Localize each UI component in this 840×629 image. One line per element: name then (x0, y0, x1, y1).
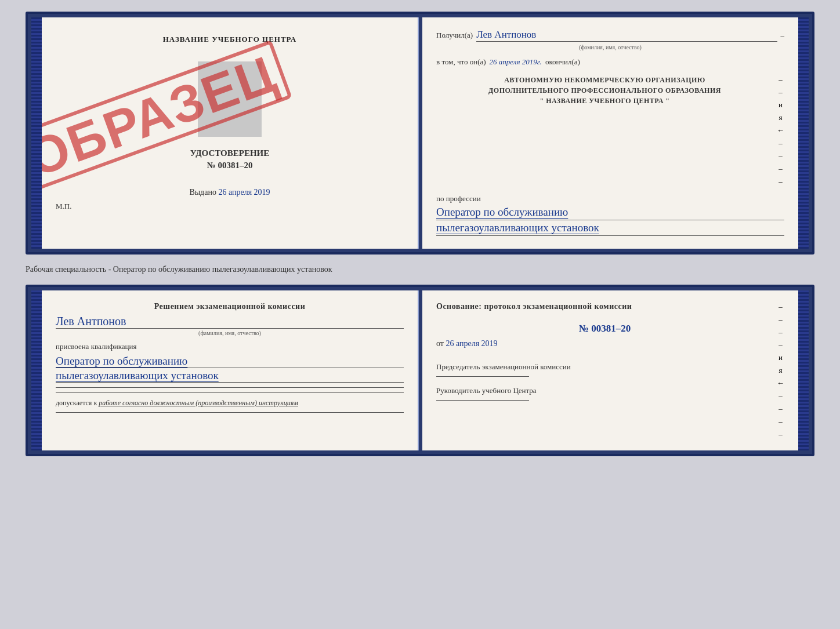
qual-assigned-label: присвоена квалификация (56, 342, 404, 351)
lower-qualification-book: Решением экзаменационной комиссии Лев Ан… (26, 285, 814, 456)
basis-label: Основание: протокол экзаменационной коми… (436, 302, 773, 311)
qual-fio-subtitle: (фамилия, имя, отчество) (56, 330, 404, 336)
side-dash-3: – (779, 139, 783, 148)
org-line1: АВТОНОМНУЮ НЕКОММЕРЧЕСКУЮ ОРГАНИЗАЦИЮ (436, 75, 773, 85)
profession-label: по профессии (436, 194, 784, 203)
recipient-prefix: Получил(а) (436, 31, 473, 40)
допускается-text: работе согласно должностным (производств… (99, 399, 298, 407)
document-container: НАЗВАНИЕ УЧЕБНОГО ЦЕНТРА ОБРАЗЕЦ УДОСТОВ… (26, 12, 814, 456)
cert-number: № 00381–20 (56, 161, 404, 170)
org-block: АВТОНОМНУЮ НЕКОММЕРЧЕСКУЮ ОРГАНИЗАЦИЮ ДО… (436, 75, 784, 186)
issue-date-label: Выдано (189, 188, 216, 197)
director-label: Руководитель учебного Центра (436, 386, 773, 395)
допускается-prefix: допускается к (56, 399, 97, 407)
side-char-ya: я (779, 113, 783, 122)
date-prefix: от (436, 339, 444, 348)
upper-certificate-book: НАЗВАНИЕ УЧЕБНОГО ЦЕНТРА ОБРАЗЕЦ УДОСТОВ… (26, 12, 814, 254)
org-line2: ДОПОЛНИТЕЛЬНОГО ПРОФЕССИОНАЛЬНОГО ОБРАЗО… (436, 85, 773, 96)
right-dash-4: – (779, 340, 783, 350)
right-char-i: и (779, 353, 783, 362)
lower-spine-left (31, 290, 42, 450)
side-char-i: и (779, 100, 783, 110)
right-arrow: ← (777, 379, 784, 388)
training-center-title: НАЗВАНИЕ УЧЕБНОГО ЦЕНТРА (56, 35, 404, 44)
cert-label: УДОСТОВЕРЕНИЕ (56, 148, 404, 158)
dash-separator: – (781, 31, 785, 40)
protocol-date-value: 26 апреля 2019 (446, 339, 497, 348)
org-line3: " НАЗВАНИЕ УЧЕБНОГО ЦЕНТРА " (436, 96, 773, 106)
completion-line: в том, что он(а) 26 апреля 2019г. окончи… (436, 57, 784, 67)
side-dash-5: – (779, 164, 783, 173)
side-dash-1: – (779, 75, 783, 84)
director-block: Руководитель учебного Центра (436, 386, 773, 401)
blank-line-3 (56, 412, 404, 413)
side-arrow: ← (777, 126, 784, 135)
in-that-prefix: в том, что он(а) (436, 57, 486, 67)
profession-line1: Оператор по обслуживанию (436, 206, 784, 220)
recipient-name: Лев Антпонов (476, 29, 777, 42)
mp-label: М.П. (56, 202, 404, 211)
lower-spine-right (798, 290, 809, 450)
qual-line1: Оператор по обслуживанию (56, 355, 404, 368)
right-dash-6: – (779, 404, 783, 413)
chairman-label: Председатель экзаменационной комиссии (436, 362, 773, 372)
right-dash-3: – (779, 328, 783, 337)
right-dash-1: – (779, 302, 783, 311)
chairman-block: Председатель экзаменационной комиссии (436, 362, 773, 377)
chairman-signature-line (436, 376, 529, 377)
cert-issue-date: Выдано 26 апреля 2019 (56, 188, 404, 197)
fio-subtitle: (фамилия, имя, отчество) (436, 44, 784, 50)
right-dash-7: – (779, 417, 783, 426)
profession-line2: пылегазоулавливающих установок (436, 221, 784, 236)
right-dash-8: – (779, 430, 783, 439)
допускается-block: допускается к работе согласно должностны… (56, 399, 404, 408)
blank-line-1 (56, 387, 404, 388)
upper-left-page: НАЗВАНИЕ УЧЕБНОГО ЦЕНТРА ОБРАЗЕЦ УДОСТОВ… (42, 17, 419, 249)
photo-placeholder (198, 61, 262, 137)
specialty-label: Рабочая специальность - Оператор по обсл… (26, 261, 814, 278)
completion-date: 26 апреля 2019г. (490, 57, 542, 67)
recipient-line: Получил(а) Лев Антпонов – (436, 29, 784, 42)
right-dash-5: – (779, 391, 783, 401)
protocol-number: № 00381–20 (436, 323, 773, 335)
qual-decision: Решением экзаменационной комиссии (56, 302, 404, 311)
right-dash-2: – (779, 315, 783, 324)
finished-label: окончил(а) (545, 57, 580, 67)
director-signature-line (436, 400, 529, 401)
side-dash-2: – (779, 88, 783, 97)
lower-right-page: Основание: протокол экзаменационной коми… (422, 290, 798, 450)
side-dash-6: – (779, 177, 783, 186)
upper-right-page: Получил(а) Лев Антпонов – (фамилия, имя,… (422, 17, 798, 249)
spine-right (798, 17, 809, 249)
spine-left (31, 17, 42, 249)
qual-line2: пылегазоулавливающих установок (56, 369, 404, 383)
lower-left-page: Решением экзаменационной комиссии Лев Ан… (42, 290, 419, 450)
blank-line-2 (56, 392, 404, 393)
protocol-date: от 26 апреля 2019 (436, 339, 773, 348)
issue-date-value: 26 апреля 2019 (218, 188, 270, 197)
side-dash-4: – (779, 151, 783, 161)
qual-person-name: Лев Антпонов (56, 315, 404, 329)
right-char-ya: я (779, 366, 783, 375)
